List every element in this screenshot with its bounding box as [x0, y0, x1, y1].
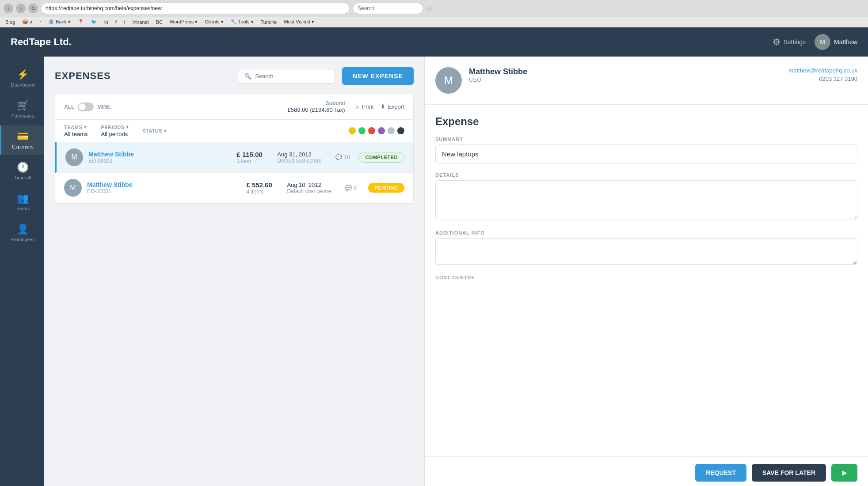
subtotal-value: £588.00 (£194.60 Tax) [288, 106, 345, 113]
header-right: ⚙ Settings M Matthew [773, 34, 857, 50]
sidebar-label-employees: Employees [11, 237, 34, 242]
bookmark-tools[interactable]: 🔧 Tools ▾ [229, 18, 255, 26]
sidebar-label-purchases: Purchases [11, 113, 34, 118]
subtotal-block: Subotal £588.00 (£194.60 Tax) [288, 100, 345, 113]
request-button[interactable]: REQUEST [695, 464, 746, 482]
periods-filter-value: All periods [101, 131, 129, 137]
bookmark-twitter[interactable]: 🐦 [89, 18, 99, 26]
filter-bottom: TEAMS ▾ All teams PERIODS ▾ All periods [55, 120, 413, 142]
sidebar-item-purchases[interactable]: 🛒 Purchases [0, 95, 44, 124]
bookmark-amazon[interactable]: 📦 a [20, 18, 34, 26]
teams-icon: 👥 [17, 193, 29, 204]
forward-button[interactable]: › [16, 4, 26, 13]
back-button[interactable]: ‹ [4, 4, 13, 13]
expense-person-name[interactable]: Matthew Stibbe [88, 151, 231, 158]
sidebar-label-timeoff: Time off [14, 175, 31, 180]
bookmark-bc[interactable]: BC [154, 19, 164, 26]
browser-toolbar: ‹ › ↻ ☆ [0, 0, 868, 17]
bookmark-fb[interactable]: f [114, 19, 118, 26]
avatar: M [64, 179, 82, 197]
status-dot-red[interactable] [368, 127, 375, 134]
sidebar-item-teams[interactable]: 👥 Teams [0, 187, 44, 216]
status-filter[interactable]: STATUS ▾ [142, 128, 167, 134]
bookmark-blog[interactable]: Blog [4, 19, 17, 26]
summary-input[interactable] [435, 144, 857, 163]
star-icon[interactable]: ☆ [426, 4, 432, 13]
bookmark-reddit[interactable]: r [122, 19, 127, 26]
expense-amount-block: £ 115.00 1 item [236, 151, 272, 164]
search-container[interactable]: 🔍 [238, 69, 335, 84]
bookmark-clients[interactable]: Clients ▾ [203, 18, 225, 26]
main-content: EXPENSES 🔍 NEW EXPENSE ALL MINE [44, 57, 868, 486]
toggle-group: ALL MINE [64, 103, 110, 111]
expenses-panel: EXPENSES 🔍 NEW EXPENSE ALL MINE [44, 57, 424, 486]
expense-centre: Default cost centre [277, 158, 330, 164]
expense-amount: £ 552.60 [246, 181, 282, 189]
url-bar[interactable] [41, 3, 350, 14]
bookmark-r[interactable]: r [38, 19, 43, 26]
expense-id: EO-00001 [87, 188, 241, 194]
browser-search-input[interactable] [353, 3, 423, 14]
periods-filter[interactable]: PERIODS ▾ All periods [101, 124, 129, 137]
expense-comments: 💬 10 [335, 154, 353, 160]
status-dot-yellow[interactable] [349, 127, 356, 134]
new-expense-button[interactable]: NEW EXPENSE [342, 67, 414, 85]
print-button[interactable]: 🖨 Print [354, 103, 374, 110]
search-input[interactable] [255, 73, 328, 80]
print-icon: 🖨 [354, 103, 360, 110]
purchases-icon: 🛒 [17, 100, 29, 111]
bookmark-turbine[interactable]: Turbine [259, 19, 279, 26]
bookmark-intranet[interactable]: Intranet [130, 19, 150, 26]
save-later-button[interactable]: SAVE FOR LATER [752, 464, 826, 482]
bookmark-wordpress[interactable]: WordPress ▾ [168, 18, 199, 26]
additional-info-textarea[interactable] [435, 238, 857, 265]
avatar: M [65, 148, 83, 166]
search-icon: 🔍 [244, 73, 251, 80]
expense-amount: £ 115.00 [236, 151, 272, 158]
cost-centre-group: COST CENTRE [435, 275, 857, 280]
expense-info: Matthew Stibbe EO-00001 [87, 181, 241, 194]
all-mine-toggle[interactable] [78, 103, 94, 111]
sidebar-item-timeoff[interactable]: 🕐 Time off [0, 156, 44, 186]
expense-date: Aug 10, 2012 [287, 182, 340, 188]
settings-button[interactable]: ⚙ Settings [773, 37, 806, 47]
sidebar-item-dashboard[interactable]: ⚡ Dashboard [0, 64, 44, 93]
browser-chrome: ‹ › ↻ ☆ Blog 📦 a r 🏦 Bank ▾ 📍 🐦 in f r I… [0, 0, 868, 27]
bookmark-most-visited[interactable]: Most Visited ▾ [282, 18, 316, 26]
status-dot-dark[interactable] [397, 127, 404, 134]
export-button[interactable]: ⬇ Export [381, 103, 404, 110]
details-textarea[interactable] [435, 180, 857, 220]
bookmark-linkedin[interactable]: in [103, 19, 110, 26]
expense-form-title: Expense [435, 115, 857, 128]
status-dot-gray[interactable] [388, 127, 395, 134]
print-label: Print [362, 103, 374, 110]
refresh-button[interactable]: ↻ [28, 4, 38, 13]
expense-date: Aug 31, 2012 [277, 151, 330, 158]
user-menu[interactable]: M Matthew [815, 34, 857, 50]
status-dot-purple[interactable] [378, 127, 385, 134]
page-title: EXPENSES [55, 70, 231, 82]
employee-email[interactable]: matthew@redtapehq.co.uk [788, 67, 857, 74]
sidebar-item-employees[interactable]: 👤 Employees [0, 218, 44, 247]
app-body: ⚡ Dashboard 🛒 Purchases 💳 Expenses 🕐 Tim… [0, 57, 868, 486]
submit-button[interactable]: ▶ [831, 464, 857, 482]
sidebar-item-expenses[interactable]: 💳 Expenses [0, 125, 44, 155]
toggle-all-label: ALL [64, 104, 74, 110]
expense-id: EO-00002 [88, 158, 231, 164]
cost-centre-label: COST CENTRE [435, 275, 857, 280]
expense-row[interactable]: M Matthew Stibbe EO-00001 £ 552.60 4 ite… [55, 173, 413, 203]
app-header: RedTape Ltd. ⚙ Settings M Matthew [0, 27, 868, 57]
status-dot-green[interactable] [358, 127, 365, 134]
expense-person-name[interactable]: Matthew Stibbe [87, 181, 241, 188]
bookmark-bank[interactable]: 🏦 Bank ▾ [46, 18, 72, 26]
app-logo: RedTape Ltd. [11, 36, 72, 48]
summary-group: SUMMARY [435, 137, 857, 163]
export-label: Export [388, 103, 404, 110]
teams-filter-label: TEAMS ▾ [64, 124, 88, 130]
employee-info: Matthew Stibbe CEO [469, 67, 781, 83]
bookmark-maps[interactable]: 📍 [76, 18, 86, 26]
teams-filter[interactable]: TEAMS ▾ All teams [64, 124, 88, 137]
status-badge: PENDING [368, 183, 404, 193]
gear-icon: ⚙ [773, 37, 780, 47]
expense-row[interactable]: M Matthew Stibbe EO-00002 £ 115.00 1 ite… [55, 142, 413, 173]
